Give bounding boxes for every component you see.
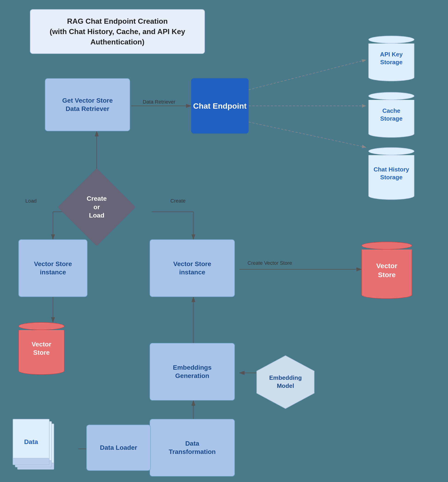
svg-marker-19 [257,356,314,409]
create-or-load-diamond: Create or Load [64,175,129,239]
data-retriever-label: Data Retriever [143,99,176,105]
title-box: RAG Chat Endpoint Creation (with Chat Hi… [30,9,205,54]
get-vector-store-label: Get Vector Store Data Retriever [62,96,112,113]
get-vector-store-box: Get Vector Store Data Retriever [45,78,130,131]
create-or-load-label: Create or Load [87,195,107,220]
api-key-storage-cylinder: API Key Storage [368,36,414,81]
vector-store-right-cylinder: Vector Store [361,242,412,299]
vector-store-instance-right-box: Vector Store instance [150,239,235,297]
vector-store-left-cylinder: Vector Store [18,322,64,375]
svg-line-4 [249,60,366,90]
vector-store-instance-right-label: Vector Store instance [173,260,211,277]
title-line2: (with Chat History, Cache, and API Key A… [50,27,185,46]
chat-endpoint-label: Chat Endpoint [193,101,247,111]
data-transformation-label: Data Transformation [169,439,216,456]
vector-store-instance-left-box: Vector Store instance [18,239,88,297]
chat-history-storage-cylinder: Chat History Storage [368,147,414,200]
embeddings-generation-box: Embeddings Generation [150,343,235,401]
load-label: Load [25,198,37,204]
data-loader-label: Data Loader [100,443,137,452]
data-pages: Data [13,419,63,479]
chat-endpoint-box: Chat Endpoint [191,78,249,134]
title-line1: RAG Chat Endpoint Creation [67,17,168,25]
vector-store-left-label: Vector Store [32,340,51,357]
data-label: Data [24,438,38,446]
vector-store-right-label: Vector Store [376,261,397,279]
svg-line-6 [249,122,366,147]
data-loader-box: Data Loader [86,425,151,471]
cache-storage-cylinder: Cache Storage [368,92,414,138]
create-vector-store-label: Create Vector Store [248,260,292,266]
vector-store-instance-left-label: Vector Store instance [34,260,72,277]
create-label: Create [170,198,185,204]
chat-history-storage-label: Chat History Storage [374,166,409,181]
svg-text:Model: Model [277,382,294,389]
data-transformation-box: Data Transformation [150,419,235,476]
svg-text:Embedding: Embedding [269,374,302,381]
embeddings-generation-label: Embeddings Generation [173,363,212,380]
embedding-model-hexagon: Embedding Model [253,355,318,411]
diagram-container: Data Retriever Create Load Create Vector… [0,0,448,482]
cache-storage-label: Cache Storage [380,107,403,123]
api-key-storage-label: API Key Storage [380,51,403,66]
title-text: RAG Chat Endpoint Creation (with Chat Hi… [39,16,196,47]
